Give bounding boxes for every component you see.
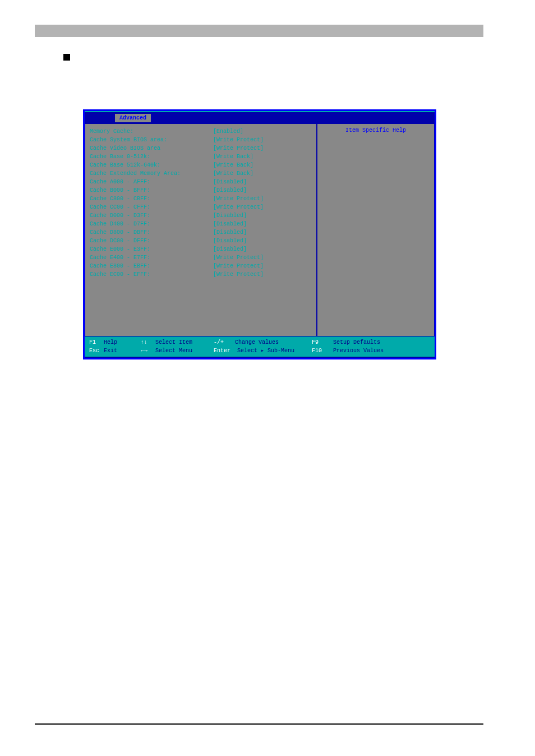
setting-label: Cache Base 0-512k:: [90, 153, 213, 161]
setting-row[interactable]: Cache D000 - D3FF:[Disabled]: [90, 211, 312, 220]
setting-row[interactable]: Cache B000 - BFFF:[Disabled]: [90, 186, 312, 195]
setting-label: Cache System BIOS area:: [90, 136, 213, 144]
setting-value[interactable]: [Enabled]: [213, 127, 243, 136]
key-leftright: ←→: [141, 347, 155, 355]
setting-row[interactable]: Cache D400 - D7FF:[Disabled]: [90, 220, 312, 228]
setting-value[interactable]: [Disabled]: [213, 186, 247, 195]
key-esc: Esc: [89, 347, 104, 355]
setting-value[interactable]: [Write Back]: [213, 153, 253, 161]
setting-row[interactable]: Cache EC00 - EFFF:[Write Protect]: [90, 270, 312, 279]
hint-help: Help: [104, 338, 117, 347]
setting-value[interactable]: [Disabled]: [213, 237, 247, 245]
setting-row[interactable]: Cache Base 512k-640k:[Write Back]: [90, 161, 312, 169]
setting-row[interactable]: Memory Cache:[Enabled]: [90, 127, 312, 136]
setting-label: Cache Base 512k-640k:: [90, 161, 213, 169]
setting-value[interactable]: [Disabled]: [213, 178, 247, 186]
bios-menu-bar[interactable]: Advanced: [85, 111, 435, 123]
footer-row-1: F1Help ↑↓Select Item -/+ Change Values F…: [89, 338, 430, 347]
setting-value[interactable]: [Write Back]: [213, 161, 253, 169]
key-updown: ↑↓: [141, 338, 155, 347]
setting-row[interactable]: Cache DC00 - DFFF:[Disabled]: [90, 237, 312, 245]
setting-value[interactable]: [Write Protect]: [213, 262, 264, 270]
setting-label: Cache C800 - CBFF:: [90, 195, 213, 203]
settings-panel: Memory Cache:[Enabled] Cache System BIOS…: [85, 123, 317, 336]
setting-row[interactable]: Cache E000 - E3FF:[Disabled]: [90, 245, 312, 253]
setting-label: Memory Cache:: [90, 127, 213, 136]
setting-value[interactable]: [Write Protect]: [213, 253, 264, 262]
setting-label: Cache Video BIOS area: [90, 144, 213, 153]
bios-setup-window: Advanced Memory Cache:[Enabled] Cache Sy…: [83, 109, 436, 359]
setting-label: Cache E400 - E7FF:: [90, 253, 213, 262]
setting-row[interactable]: Cache A000 - AFFF:[Disabled]: [90, 178, 312, 186]
help-panel: Item Specific Help: [317, 123, 435, 336]
setting-value[interactable]: [Write Back]: [213, 169, 253, 178]
key-f9: F9: [312, 338, 326, 347]
key-plusminus: -/+: [214, 338, 228, 347]
setting-row[interactable]: Cache C800 - CBFF:[Write Protect]: [90, 195, 312, 203]
setting-value[interactable]: [Write Protect]: [213, 195, 264, 203]
key-f10: F10: [312, 347, 326, 355]
hint-select-item: Select Item: [155, 338, 192, 347]
setting-label: Cache E000 - E3FF:: [90, 245, 213, 253]
setting-label: Cache CC00 - CFFF:: [90, 203, 213, 211]
setting-label: Cache B000 - BFFF:: [90, 186, 213, 195]
hint-exit: Exit: [104, 347, 117, 355]
setting-label: Cache A000 - AFFF:: [90, 178, 213, 186]
setting-label: Cache D400 - D7FF:: [90, 220, 213, 228]
setting-row[interactable]: Cache E400 - E7FF:[Write Protect]: [90, 253, 312, 262]
setting-row[interactable]: Cache D800 - DBFF:[Disabled]: [90, 228, 312, 237]
setting-value[interactable]: [Disabled]: [213, 220, 247, 228]
bios-footer: F1Help ↑↓Select Item -/+ Change Values F…: [85, 336, 435, 357]
footer-row-2: EscExit ←→Select Menu Enter Select ▸ Sub…: [89, 347, 430, 355]
setting-label: Cache DC00 - DFFF:: [90, 237, 213, 245]
key-f1: F1: [89, 338, 104, 347]
section-bullet-icon: [63, 54, 70, 61]
setting-row[interactable]: Cache E800 - EBFF:[Write Protect]: [90, 262, 312, 270]
setting-row[interactable]: Cache Base 0-512k:[Write Back]: [90, 153, 312, 161]
hint-setup-defaults: Setup Defaults: [333, 338, 380, 347]
help-panel-title: Item Specific Help: [322, 127, 430, 133]
setting-row[interactable]: Cache System BIOS area:[Write Protect]: [90, 136, 312, 144]
setting-label: Cache D000 - D3FF:: [90, 211, 213, 220]
setting-value[interactable]: [Disabled]: [213, 228, 247, 237]
setting-value[interactable]: [Disabled]: [213, 245, 247, 253]
setting-value[interactable]: [Write Protect]: [213, 136, 264, 144]
setting-value[interactable]: [Write Protect]: [213, 144, 264, 153]
setting-label: Cache EC00 - EFFF:: [90, 270, 213, 279]
setting-row[interactable]: Cache Extended Memory Area:[Write Back]: [90, 169, 312, 178]
page-footer-rule: [35, 723, 483, 725]
setting-label: Cache Extended Memory Area:: [90, 169, 213, 178]
bios-content: Memory Cache:[Enabled] Cache System BIOS…: [85, 123, 435, 336]
setting-row[interactable]: Cache Video BIOS area[Write Protect]: [90, 144, 312, 153]
hint-change-values: Change Values: [235, 338, 279, 347]
page-header-bar: [35, 25, 483, 37]
setting-value[interactable]: [Disabled]: [213, 211, 247, 220]
setting-value[interactable]: [Write Protect]: [213, 270, 264, 279]
setting-row[interactable]: Cache CC00 - CFFF:[Write Protect]: [90, 203, 312, 211]
setting-label: Cache D800 - DBFF:: [90, 228, 213, 237]
setting-value[interactable]: [Write Protect]: [213, 203, 264, 211]
key-enter: Enter: [214, 347, 230, 355]
setting-label: Cache E800 - EBFF:: [90, 262, 213, 270]
hint-select-submenu: Select ▸ Sub-Menu: [237, 347, 294, 355]
hint-select-menu: Select Menu: [155, 347, 192, 355]
hint-previous-values: Previous Values: [333, 347, 384, 355]
tab-advanced[interactable]: Advanced: [115, 114, 151, 122]
